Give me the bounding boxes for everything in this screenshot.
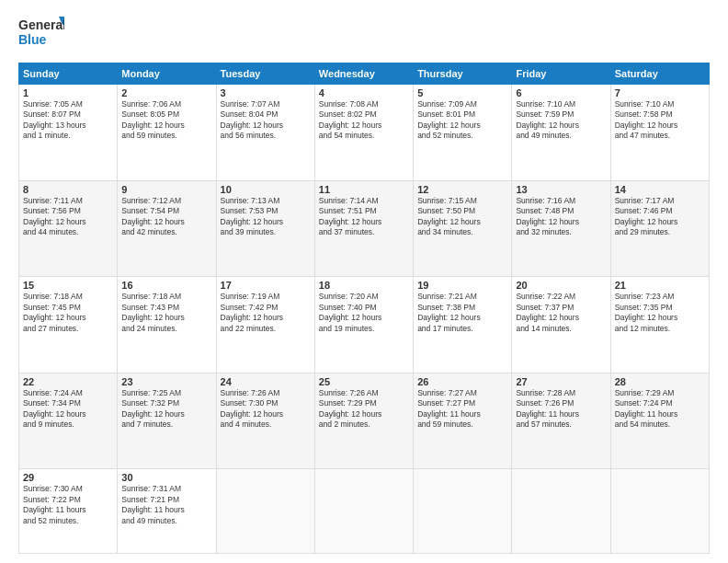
cell-content: Sunrise: 7:20 AMSunset: 7:40 PMDaylight:… <box>319 292 409 334</box>
day-number: 30 <box>121 472 211 483</box>
cell-content: Sunrise: 7:05 AMSunset: 8:07 PMDaylight:… <box>23 99 113 142</box>
day-number: 23 <box>121 376 211 387</box>
weekday-header-row: SundayMondayTuesdayWednesdayThursdayFrid… <box>19 63 710 85</box>
calendar-cell: 26Sunrise: 7:27 AMSunset: 7:27 PMDayligh… <box>414 373 512 469</box>
calendar-cell: 12Sunrise: 7:15 AMSunset: 7:50 PMDayligh… <box>414 180 512 277</box>
day-number: 12 <box>417 184 507 195</box>
cell-content: Sunrise: 7:17 AMSunset: 7:46 PMDaylight:… <box>615 196 705 238</box>
cell-content: Sunrise: 7:06 AMSunset: 8:05 PMDaylight:… <box>121 99 211 142</box>
calendar-cell: 13Sunrise: 7:16 AMSunset: 7:48 PMDayligh… <box>512 180 610 277</box>
day-number: 25 <box>319 376 409 387</box>
day-number: 18 <box>319 280 409 291</box>
logo: General Blue <box>18 15 64 53</box>
calendar-cell: 1Sunrise: 7:05 AMSunset: 8:07 PMDaylight… <box>19 85 118 181</box>
cell-content: Sunrise: 7:15 AMSunset: 7:50 PMDaylight:… <box>417 196 507 238</box>
cell-content: Sunrise: 7:30 AMSunset: 7:22 PMDaylight:… <box>23 484 113 526</box>
calendar-cell: 23Sunrise: 7:25 AMSunset: 7:32 PMDayligh… <box>118 373 216 469</box>
calendar-cell: 17Sunrise: 7:19 AMSunset: 7:42 PMDayligh… <box>216 277 314 373</box>
calendar-cell: 28Sunrise: 7:29 AMSunset: 7:24 PMDayligh… <box>610 373 709 469</box>
page: General Blue SundayMondayTuesdayWednesda… <box>0 0 728 563</box>
day-number: 4 <box>319 87 409 98</box>
calendar-row: 29Sunrise: 7:30 AMSunset: 7:22 PMDayligh… <box>19 469 710 554</box>
day-number: 17 <box>221 280 311 291</box>
weekday-header-cell: Tuesday <box>216 63 314 85</box>
calendar-row: 8Sunrise: 7:11 AMSunset: 7:56 PMDaylight… <box>19 180 710 277</box>
calendar-cell: 14Sunrise: 7:17 AMSunset: 7:46 PMDayligh… <box>610 180 709 277</box>
day-number: 5 <box>417 87 507 98</box>
cell-content: Sunrise: 7:25 AMSunset: 7:32 PMDaylight:… <box>121 388 211 431</box>
weekday-header-cell: Sunday <box>19 63 118 85</box>
calendar-cell <box>314 469 413 554</box>
calendar-row: 1Sunrise: 7:05 AMSunset: 8:07 PMDaylight… <box>19 85 710 181</box>
cell-content: Sunrise: 7:24 AMSunset: 7:34 PMDaylight:… <box>23 388 113 431</box>
calendar-cell: 4Sunrise: 7:08 AMSunset: 8:02 PMDaylight… <box>314 85 413 181</box>
cell-content: Sunrise: 7:23 AMSunset: 7:35 PMDaylight:… <box>615 292 705 334</box>
logo-svg: General Blue <box>18 15 64 53</box>
day-number: 29 <box>23 472 113 483</box>
cell-content: Sunrise: 7:11 AMSunset: 7:56 PMDaylight:… <box>23 196 113 238</box>
day-number: 16 <box>121 280 211 291</box>
calendar-cell: 29Sunrise: 7:30 AMSunset: 7:22 PMDayligh… <box>19 469 118 554</box>
header: General Blue <box>18 15 710 53</box>
cell-content: Sunrise: 7:31 AMSunset: 7:21 PMDaylight:… <box>121 484 211 526</box>
svg-text:Blue: Blue <box>18 32 47 47</box>
day-number: 27 <box>516 376 606 387</box>
calendar-cell: 20Sunrise: 7:22 AMSunset: 7:37 PMDayligh… <box>512 277 610 373</box>
calendar-cell: 11Sunrise: 7:14 AMSunset: 7:51 PMDayligh… <box>314 180 413 277</box>
day-number: 3 <box>221 87 311 98</box>
day-number: 15 <box>23 280 113 291</box>
calendar-row: 22Sunrise: 7:24 AMSunset: 7:34 PMDayligh… <box>19 373 710 469</box>
calendar-cell: 10Sunrise: 7:13 AMSunset: 7:53 PMDayligh… <box>216 180 314 277</box>
day-number: 8 <box>23 184 113 195</box>
day-number: 1 <box>23 87 113 98</box>
cell-content: Sunrise: 7:08 AMSunset: 8:02 PMDaylight:… <box>319 99 409 142</box>
calendar-cell: 7Sunrise: 7:10 AMSunset: 7:58 PMDaylight… <box>610 85 709 181</box>
day-number: 24 <box>221 376 311 387</box>
cell-content: Sunrise: 7:09 AMSunset: 8:01 PMDaylight:… <box>417 99 507 142</box>
weekday-header-cell: Wednesday <box>314 63 413 85</box>
weekday-header-cell: Monday <box>118 63 216 85</box>
day-number: 6 <box>516 87 606 98</box>
cell-content: Sunrise: 7:18 AMSunset: 7:43 PMDaylight:… <box>121 292 211 334</box>
calendar-cell: 18Sunrise: 7:20 AMSunset: 7:40 PMDayligh… <box>314 277 413 373</box>
day-number: 21 <box>615 280 705 291</box>
calendar-cell: 16Sunrise: 7:18 AMSunset: 7:43 PMDayligh… <box>118 277 216 373</box>
weekday-header-cell: Saturday <box>610 63 709 85</box>
calendar-cell <box>414 469 512 554</box>
day-number: 14 <box>615 184 705 195</box>
calendar-cell: 2Sunrise: 7:06 AMSunset: 8:05 PMDaylight… <box>118 85 216 181</box>
cell-content: Sunrise: 7:14 AMSunset: 7:51 PMDaylight:… <box>319 196 409 238</box>
calendar-cell: 19Sunrise: 7:21 AMSunset: 7:38 PMDayligh… <box>414 277 512 373</box>
day-number: 19 <box>417 280 507 291</box>
calendar-cell: 15Sunrise: 7:18 AMSunset: 7:45 PMDayligh… <box>19 277 118 373</box>
calendar-cell: 21Sunrise: 7:23 AMSunset: 7:35 PMDayligh… <box>610 277 709 373</box>
calendar-cell: 9Sunrise: 7:12 AMSunset: 7:54 PMDaylight… <box>118 180 216 277</box>
calendar-table: SundayMondayTuesdayWednesdayThursdayFrid… <box>18 63 710 554</box>
day-number: 13 <box>516 184 606 195</box>
cell-content: Sunrise: 7:18 AMSunset: 7:45 PMDaylight:… <box>23 292 113 334</box>
cell-content: Sunrise: 7:21 AMSunset: 7:38 PMDaylight:… <box>417 292 507 334</box>
cell-content: Sunrise: 7:19 AMSunset: 7:42 PMDaylight:… <box>221 292 311 334</box>
calendar-cell: 27Sunrise: 7:28 AMSunset: 7:26 PMDayligh… <box>512 373 610 469</box>
calendar-cell: 3Sunrise: 7:07 AMSunset: 8:04 PMDaylight… <box>216 85 314 181</box>
day-number: 26 <box>417 376 507 387</box>
cell-content: Sunrise: 7:26 AMSunset: 7:30 PMDaylight:… <box>221 388 311 431</box>
day-number: 2 <box>121 87 211 98</box>
calendar-cell <box>610 469 709 554</box>
cell-content: Sunrise: 7:13 AMSunset: 7:53 PMDaylight:… <box>221 196 311 238</box>
cell-content: Sunrise: 7:29 AMSunset: 7:24 PMDaylight:… <box>615 388 705 431</box>
calendar-cell: 24Sunrise: 7:26 AMSunset: 7:30 PMDayligh… <box>216 373 314 469</box>
calendar-cell: 22Sunrise: 7:24 AMSunset: 7:34 PMDayligh… <box>19 373 118 469</box>
cell-content: Sunrise: 7:26 AMSunset: 7:29 PMDaylight:… <box>319 388 409 431</box>
cell-content: Sunrise: 7:27 AMSunset: 7:27 PMDaylight:… <box>417 388 507 431</box>
cell-content: Sunrise: 7:07 AMSunset: 8:04 PMDaylight:… <box>221 99 311 142</box>
cell-content: Sunrise: 7:10 AMSunset: 7:59 PMDaylight:… <box>516 99 606 142</box>
calendar-cell: 30Sunrise: 7:31 AMSunset: 7:21 PMDayligh… <box>118 469 216 554</box>
cell-content: Sunrise: 7:12 AMSunset: 7:54 PMDaylight:… <box>121 196 211 238</box>
svg-text:General: General <box>18 17 64 32</box>
cell-content: Sunrise: 7:16 AMSunset: 7:48 PMDaylight:… <box>516 196 606 238</box>
day-number: 11 <box>319 184 409 195</box>
calendar-row: 15Sunrise: 7:18 AMSunset: 7:45 PMDayligh… <box>19 277 710 373</box>
day-number: 28 <box>615 376 705 387</box>
weekday-header-cell: Thursday <box>414 63 512 85</box>
